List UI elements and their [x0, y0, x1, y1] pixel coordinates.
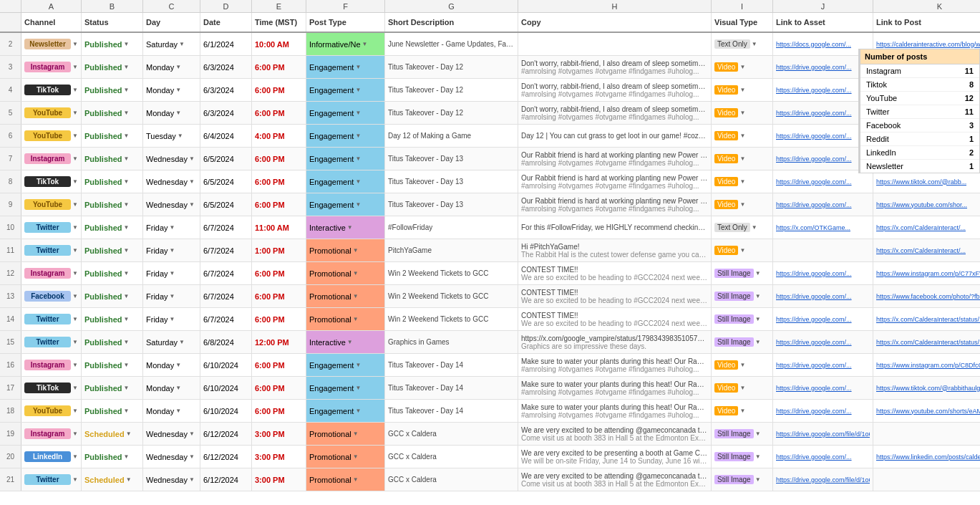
linkpost-value[interactable]: https://x.com/CalderaInteract/...	[876, 247, 966, 254]
posttype-cell[interactable]: Engagement ▼	[306, 125, 385, 147]
status-cell[interactable]: Published ▼	[82, 400, 143, 422]
posttype-cell[interactable]: Promotional ▼	[306, 468, 385, 491]
posttype-cell[interactable]: Engagement ▼	[306, 170, 385, 193]
posttype-dropdown-arrow[interactable]: ▼	[353, 247, 359, 254]
channel-cell[interactable]: YouTube ▼	[21, 125, 82, 147]
linkpost-cell[interactable]: https://x.com/CalderaInteract/status/179…	[873, 308, 980, 330]
linkasset-value[interactable]: https://drive.google.com/file/d/1o6MMc8r…	[776, 476, 870, 484]
linkpost-cell[interactable]: https://www.youtube.com/shorts/eAM_Fe293…	[873, 400, 980, 422]
linkpost-cell[interactable]: https://x.com/CalderaInteract/status/179…	[873, 331, 980, 353]
posttype-cell[interactable]: Promotional ▼	[306, 239, 385, 261]
visualtype-dropdown-arrow[interactable]: ▼	[755, 339, 761, 345]
status-cell[interactable]: Published ▼	[82, 148, 143, 170]
status-dropdown-arrow[interactable]: ▼	[124, 41, 130, 47]
status-cell[interactable]: Published ▼	[82, 125, 143, 147]
channel-cell[interactable]: Facebook ▼	[21, 285, 82, 307]
posttype-cell[interactable]: Engagement ▼	[306, 400, 385, 422]
visualtype-cell[interactable]: Video ▼	[712, 148, 773, 170]
channel-cell[interactable]: Instagram ▼	[21, 56, 82, 78]
posttype-cell[interactable]: Promotional ▼	[306, 285, 385, 307]
visualtype-cell[interactable]: Text Only ▼	[712, 216, 773, 239]
visualtype-dropdown-arrow[interactable]: ▼	[739, 385, 745, 391]
linkpost-value[interactable]: https://www.youtube.com/shor...	[876, 201, 967, 208]
linkasset-value[interactable]: https://drive.google.com/...	[776, 362, 852, 369]
status-dropdown-arrow[interactable]: ▼	[126, 431, 132, 437]
visualtype-cell[interactable]: Still Image ▼	[712, 285, 773, 307]
visualtype-dropdown-arrow[interactable]: ▼	[755, 476, 761, 483]
linkasset-value[interactable]: https://drive.google.com/...	[776, 270, 852, 277]
day-dropdown-arrow[interactable]: ▼	[178, 133, 183, 139]
channel-cell[interactable]: Twitter ▼	[21, 239, 82, 261]
posttype-dropdown-arrow[interactable]: ▼	[353, 270, 359, 276]
visualtype-dropdown-arrow[interactable]: ▼	[755, 431, 761, 437]
status-cell[interactable]: Published ▼	[82, 216, 143, 239]
linkpost-value[interactable]: https://x.com/CalderaInteract/status/179…	[876, 339, 980, 346]
day-dropdown-arrow[interactable]: ▼	[170, 316, 175, 322]
posttype-cell[interactable]: Engagement ▼	[306, 193, 385, 216]
status-dropdown-arrow[interactable]: ▼	[124, 293, 130, 299]
channel-dropdown-arrow[interactable]: ▼	[72, 316, 78, 322]
day-dropdown-arrow[interactable]: ▼	[189, 178, 195, 185]
status-dropdown-arrow[interactable]: ▼	[124, 453, 130, 460]
channel-cell[interactable]: YouTube ▼	[21, 193, 82, 216]
visualtype-dropdown-arrow[interactable]: ▼	[739, 110, 745, 116]
visualtype-dropdown-arrow[interactable]: ▼	[739, 87, 745, 93]
status-dropdown-arrow[interactable]: ▼	[124, 224, 130, 231]
day-dropdown-arrow[interactable]: ▼	[170, 293, 175, 299]
linkpost-value[interactable]: https://calderainteractive.com/blog/were…	[876, 41, 980, 48]
linkasset-value[interactable]: https://drive.google.com/...	[776, 110, 852, 117]
linkpost-value[interactable]: https://www.tiktok.com/@rabb...	[876, 178, 966, 186]
linkasset-cell[interactable]: https://drive.google.com/file/d/1o6MMc8r…	[773, 468, 873, 491]
channel-cell[interactable]: Instagram ▼	[21, 423, 82, 445]
day-dropdown-arrow[interactable]: ▼	[189, 476, 195, 483]
linkpost-cell[interactable]: https://x.com/CalderaInteract/...	[873, 216, 980, 239]
channel-cell[interactable]: LinkedIn ▼	[21, 446, 82, 468]
status-cell[interactable]: Published ▼	[82, 354, 143, 376]
channel-cell[interactable]: Newsletter ▼	[21, 33, 82, 55]
linkpost-cell[interactable]: https://www.facebook.com/photo/?fbid=997…	[873, 285, 980, 307]
posttype-dropdown-arrow[interactable]: ▼	[355, 87, 361, 93]
linkasset-cell[interactable]	[773, 239, 873, 261]
linkasset-cell[interactable]: https://drive.google.com/...	[773, 446, 873, 468]
channel-dropdown-arrow[interactable]: ▼	[72, 408, 78, 414]
status-cell[interactable]: Scheduled ▼	[82, 468, 143, 491]
linkasset-cell[interactable]: https://x.com/OTKGame...	[773, 216, 873, 239]
linkpost-value[interactable]: https://x.com/CalderaInteract/status/179…	[876, 316, 980, 323]
status-dropdown-arrow[interactable]: ▼	[124, 408, 130, 414]
channel-cell[interactable]: TikTok ▼	[21, 377, 82, 399]
day-dropdown-arrow[interactable]: ▼	[179, 41, 185, 47]
channel-dropdown-arrow[interactable]: ▼	[72, 431, 78, 437]
visualtype-cell[interactable]: Still Image ▼	[712, 423, 773, 445]
visualtype-dropdown-arrow[interactable]: ▼	[752, 224, 757, 231]
posttype-dropdown-arrow[interactable]: ▼	[355, 408, 361, 414]
status-cell[interactable]: Published ▼	[82, 239, 143, 261]
linkpost-value[interactable]: https://www.instagram.com/p/C8DfcCwpBct/	[876, 362, 980, 369]
channel-dropdown-arrow[interactable]: ▼	[72, 270, 78, 276]
status-dropdown-arrow[interactable]: ▼	[124, 385, 130, 391]
status-cell[interactable]: Published ▼	[82, 56, 143, 78]
linkpost-value[interactable]: https://www.tiktok.com/@rabbithaulgame/v…	[876, 385, 980, 392]
channel-dropdown-arrow[interactable]: ▼	[72, 155, 78, 162]
posttype-cell[interactable]: Promotional ▼	[306, 308, 385, 330]
channel-dropdown-arrow[interactable]: ▼	[72, 247, 78, 254]
visualtype-cell[interactable]: Still Image ▼	[712, 446, 773, 468]
channel-dropdown-arrow[interactable]: ▼	[72, 87, 78, 93]
linkpost-value[interactable]: https://www.facebook.com/photo/?fbid=997…	[876, 293, 980, 300]
visualtype-dropdown-arrow[interactable]: ▼	[755, 270, 761, 276]
day-dropdown-arrow[interactable]: ▼	[170, 247, 175, 254]
channel-dropdown-arrow[interactable]: ▼	[72, 293, 78, 299]
visualtype-dropdown-arrow[interactable]: ▼	[755, 316, 761, 322]
linkasset-value[interactable]: https://drive.google.com/file/d/1o6MMc8r…	[776, 431, 870, 438]
visualtype-cell[interactable]: Still Image ▼	[712, 262, 773, 284]
posttype-dropdown-arrow[interactable]: ▼	[355, 178, 361, 185]
status-cell[interactable]: Published ▼	[82, 285, 143, 307]
posttype-cell[interactable]: Interactive ▼	[306, 331, 385, 353]
visualtype-dropdown-arrow[interactable]: ▼	[739, 408, 745, 414]
status-cell[interactable]: Published ▼	[82, 170, 143, 193]
day-dropdown-arrow[interactable]: ▼	[175, 64, 181, 70]
posttype-cell[interactable]: Engagement ▼	[306, 102, 385, 124]
status-cell[interactable]: Published ▼	[82, 308, 143, 330]
status-dropdown-arrow[interactable]: ▼	[124, 87, 130, 93]
posttype-dropdown-arrow[interactable]: ▼	[353, 476, 359, 483]
linkasset-value[interactable]: https://drive.google.com/...	[776, 316, 852, 323]
